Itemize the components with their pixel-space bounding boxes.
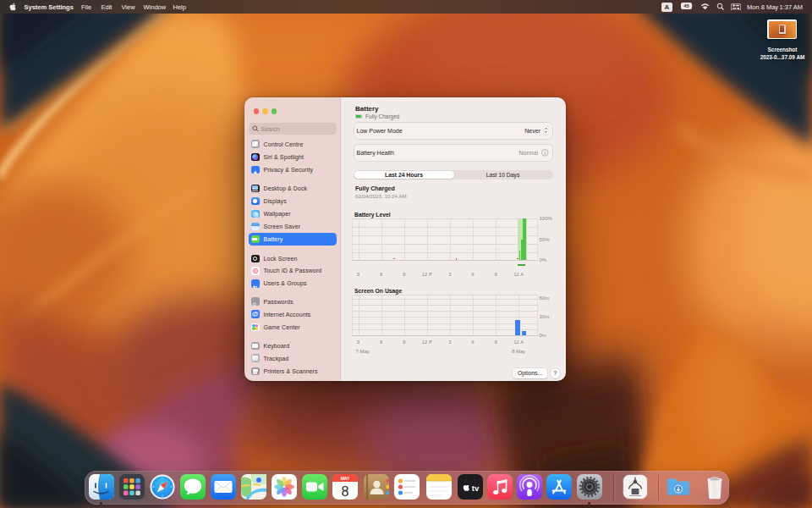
svg-text:tv: tv: [472, 483, 480, 493]
svg-text:MAY: MAY: [341, 476, 350, 481]
svg-text:45: 45: [683, 3, 689, 8]
svg-text:8: 8: [342, 484, 349, 499]
